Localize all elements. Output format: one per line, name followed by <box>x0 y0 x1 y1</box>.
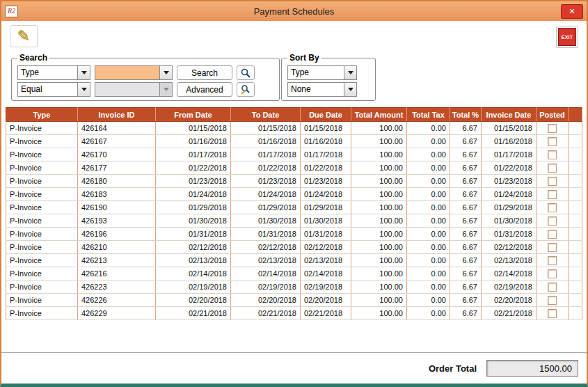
table-row[interactable]: P-Invoice42619001/29/201801/29/201801/29… <box>6 201 582 214</box>
cell-invoice-id: 426196 <box>78 228 156 241</box>
cell-total-amount: 100.00 <box>351 254 407 267</box>
cell-due-date: 01/24/2018 <box>301 188 351 201</box>
toolbar: ✎ EXIT <box>1 21 587 52</box>
table-row[interactable]: P-Invoice42619301/30/201801/30/201801/30… <box>6 214 582 228</box>
cell-invoice-id: 426229 <box>78 307 156 320</box>
table-header-row: Type Invoice ID From Date To Date Due Da… <box>6 108 582 122</box>
advanced-search-icon-button[interactable] <box>237 82 255 97</box>
posted-checkbox[interactable] <box>548 216 557 226</box>
posted-checkbox[interactable] <box>548 269 557 278</box>
table-row[interactable]: P-Invoice42622302/19/201802/19/201802/19… <box>6 281 582 294</box>
cell-total-amount: 100.00 <box>351 135 407 148</box>
cell-total-tax: 0.00 <box>407 228 450 241</box>
cell-due-date: 02/12/2018 <box>301 241 351 254</box>
close-button[interactable]: ✕ <box>561 4 583 19</box>
col-header-posted[interactable]: Posted <box>537 108 569 122</box>
table-row[interactable]: P-Invoice42621602/14/201802/14/201802/14… <box>6 267 582 281</box>
posted-checkbox[interactable] <box>548 150 557 159</box>
posted-checkbox[interactable] <box>548 190 557 199</box>
cell-invoice-date: 01/22/2018 <box>482 161 537 175</box>
col-header-total-amount[interactable]: Total Amount <box>351 108 407 122</box>
edit-button[interactable]: ✎ <box>10 25 38 47</box>
cell-total-pct: 6.67 <box>450 214 482 228</box>
col-header-from-date[interactable]: From Date <box>156 108 231 122</box>
col-header-invoice-date[interactable]: Invoice Date <box>482 108 537 122</box>
exit-button[interactable]: EXIT <box>556 26 578 48</box>
cell-to-date: 01/16/2018 <box>231 135 301 148</box>
table-row[interactable]: P-Invoice42619601/31/201801/31/201801/31… <box>6 228 582 241</box>
search-operator-combo[interactable]: Equal <box>17 82 90 97</box>
cell-invoice-date: 01/24/2018 <box>482 188 537 201</box>
posted-checkbox[interactable] <box>548 230 557 239</box>
table-row[interactable]: P-Invoice42617701/22/201801/22/201801/22… <box>6 161 582 175</box>
table-row[interactable]: P-Invoice42617001/17/201801/17/201801/17… <box>6 148 582 161</box>
chevron-down-icon[interactable] <box>344 83 356 96</box>
cell-total-tax: 0.00 <box>407 281 450 294</box>
table-row[interactable]: P-Invoice42618301/24/201801/24/201801/24… <box>6 188 582 201</box>
cell-filler <box>569 201 582 214</box>
table-row[interactable]: P-Invoice42622602/20/201802/20/201802/20… <box>6 294 582 307</box>
posted-checkbox[interactable] <box>548 243 557 252</box>
col-header-invoice-id[interactable]: Invoice ID <box>78 108 156 122</box>
chevron-down-icon[interactable] <box>77 83 90 96</box>
posted-checkbox[interactable] <box>548 137 557 146</box>
cell-total-amount: 100.00 <box>351 161 407 175</box>
col-header-total-pct[interactable]: Total % <box>450 108 482 122</box>
cell-posted <box>537 307 569 320</box>
cell-from-date: 01/23/2018 <box>156 175 231 188</box>
cell-total-amount: 100.00 <box>351 201 407 214</box>
cell-due-date: 02/20/2018 <box>301 294 351 307</box>
advanced-button[interactable]: Advanced <box>177 82 232 97</box>
chevron-down-icon[interactable] <box>77 66 90 79</box>
table-row[interactable]: P-Invoice42616701/16/201801/16/201801/16… <box>6 135 582 148</box>
titlebar[interactable]: R2 Payment Schedules ✕ <box>1 1 587 21</box>
magnifier-edit-icon <box>240 84 251 95</box>
posted-checkbox[interactable] <box>548 203 557 212</box>
search-icon-button[interactable] <box>237 65 255 80</box>
table-row[interactable]: P-Invoice42616401/15/201801/15/201801/15… <box>6 122 582 135</box>
cell-invoice-date: 01/23/2018 <box>482 175 537 188</box>
search-value-combo[interactable] <box>95 65 173 80</box>
posted-checkbox[interactable] <box>548 283 557 292</box>
posted-checkbox[interactable] <box>548 309 557 318</box>
cell-due-date: 02/19/2018 <box>301 281 351 294</box>
cell-due-date: 02/14/2018 <box>301 267 351 281</box>
cell-invoice-id: 426226 <box>78 294 156 307</box>
cell-due-date: 01/31/2018 <box>301 228 351 241</box>
col-header-type[interactable]: Type <box>6 108 78 122</box>
sort-primary-combo[interactable]: Type <box>287 65 357 80</box>
table-row[interactable]: P-Invoice42618001/23/201801/23/201801/23… <box>6 175 582 188</box>
posted-checkbox[interactable] <box>548 256 557 265</box>
col-header-filler <box>569 108 582 122</box>
cell-type: P-Invoice <box>6 254 78 267</box>
col-header-to-date[interactable]: To Date <box>231 108 301 122</box>
cell-due-date: 01/16/2018 <box>301 135 351 148</box>
col-header-due-date[interactable]: Due Date <box>301 108 351 122</box>
cell-type: P-Invoice <box>6 135 78 148</box>
posted-checkbox[interactable] <box>548 177 557 186</box>
cell-type: P-Invoice <box>6 294 78 307</box>
cell-total-tax: 0.00 <box>407 122 450 135</box>
cell-due-date: 01/22/2018 <box>301 161 351 175</box>
search-field-combo[interactable]: Type <box>17 65 90 80</box>
cell-invoice-id: 426170 <box>78 148 156 161</box>
table-row[interactable]: P-Invoice42621002/12/201802/12/201802/12… <box>6 241 582 254</box>
posted-checkbox[interactable] <box>548 124 557 133</box>
chevron-down-icon[interactable] <box>159 66 172 79</box>
sort-secondary-combo[interactable]: None <box>287 82 357 97</box>
posted-checkbox[interactable] <box>548 164 557 173</box>
cell-posted <box>537 281 569 294</box>
table-row[interactable]: P-Invoice42621302/13/201802/13/201802/13… <box>6 254 582 267</box>
cell-invoice-id: 426183 <box>78 188 156 201</box>
cell-invoice-date: 01/17/2018 <box>482 148 537 161</box>
cell-due-date: 02/21/2018 <box>301 307 351 320</box>
cell-invoice-id: 426164 <box>78 122 156 135</box>
col-header-total-tax[interactable]: Total Tax <box>407 108 450 122</box>
table-row[interactable]: P-Invoice42622902/21/201802/21/201802/21… <box>6 307 582 320</box>
cell-invoice-id: 426213 <box>78 254 156 267</box>
posted-checkbox[interactable] <box>548 296 557 305</box>
cell-total-tax: 0.00 <box>407 161 450 175</box>
chevron-down-icon[interactable] <box>344 66 356 79</box>
cell-to-date: 01/30/2018 <box>231 214 301 228</box>
search-button[interactable]: Search <box>177 65 232 80</box>
